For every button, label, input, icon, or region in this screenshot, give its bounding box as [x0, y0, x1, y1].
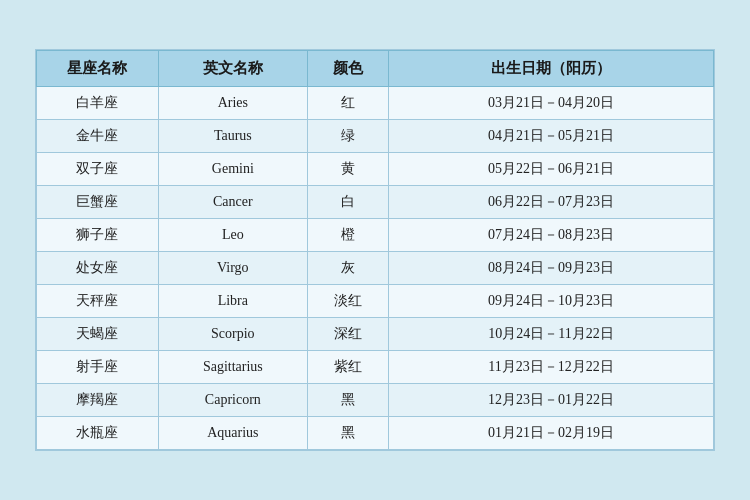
cell-zh: 摩羯座 [37, 384, 159, 417]
table-row: 天秤座Libra淡红09月24日－10月23日 [37, 285, 714, 318]
cell-date: 04月21日－05月21日 [389, 120, 714, 153]
cell-en: Scorpio [158, 318, 307, 351]
cell-date: 09月24日－10月23日 [389, 285, 714, 318]
table-row: 射手座Sagittarius紫红11月23日－12月22日 [37, 351, 714, 384]
cell-en: Taurus [158, 120, 307, 153]
table-row: 狮子座Leo橙07月24日－08月23日 [37, 219, 714, 252]
cell-date: 03月21日－04月20日 [389, 87, 714, 120]
cell-zh: 金牛座 [37, 120, 159, 153]
cell-color: 黑 [307, 417, 388, 450]
cell-date: 11月23日－12月22日 [389, 351, 714, 384]
cell-en: Cancer [158, 186, 307, 219]
cell-zh: 天蝎座 [37, 318, 159, 351]
cell-zh: 白羊座 [37, 87, 159, 120]
cell-zh: 天秤座 [37, 285, 159, 318]
cell-en: Gemini [158, 153, 307, 186]
cell-color: 灰 [307, 252, 388, 285]
table-row: 摩羯座Capricorn黑12月23日－01月22日 [37, 384, 714, 417]
cell-color: 淡红 [307, 285, 388, 318]
cell-date: 01月21日－02月19日 [389, 417, 714, 450]
cell-en: Aries [158, 87, 307, 120]
cell-color: 黄 [307, 153, 388, 186]
cell-color: 绿 [307, 120, 388, 153]
table-row: 巨蟹座Cancer白06月22日－07月23日 [37, 186, 714, 219]
cell-color: 红 [307, 87, 388, 120]
table-row: 金牛座Taurus绿04月21日－05月21日 [37, 120, 714, 153]
cell-color: 白 [307, 186, 388, 219]
header-date: 出生日期（阳历） [389, 51, 714, 87]
cell-date: 12月23日－01月22日 [389, 384, 714, 417]
cell-en: Libra [158, 285, 307, 318]
cell-date: 10月24日－11月22日 [389, 318, 714, 351]
header-color: 颜色 [307, 51, 388, 87]
cell-color: 黑 [307, 384, 388, 417]
cell-en: Aquarius [158, 417, 307, 450]
cell-color: 深红 [307, 318, 388, 351]
table-row: 双子座Gemini黄05月22日－06月21日 [37, 153, 714, 186]
cell-en: Leo [158, 219, 307, 252]
cell-date: 08月24日－09月23日 [389, 252, 714, 285]
cell-en: Capricorn [158, 384, 307, 417]
header-zh: 星座名称 [37, 51, 159, 87]
table-row: 水瓶座Aquarius黑01月21日－02月19日 [37, 417, 714, 450]
cell-date: 05月22日－06月21日 [389, 153, 714, 186]
zodiac-table: 星座名称 英文名称 颜色 出生日期（阳历） 白羊座Aries红03月21日－04… [36, 50, 714, 450]
table-row: 白羊座Aries红03月21日－04月20日 [37, 87, 714, 120]
cell-zh: 双子座 [37, 153, 159, 186]
zodiac-table-container: 星座名称 英文名称 颜色 出生日期（阳历） 白羊座Aries红03月21日－04… [35, 49, 715, 451]
cell-color: 橙 [307, 219, 388, 252]
table-header-row: 星座名称 英文名称 颜色 出生日期（阳历） [37, 51, 714, 87]
header-en: 英文名称 [158, 51, 307, 87]
cell-zh: 水瓶座 [37, 417, 159, 450]
cell-en: Virgo [158, 252, 307, 285]
cell-date: 06月22日－07月23日 [389, 186, 714, 219]
cell-zh: 处女座 [37, 252, 159, 285]
cell-zh: 射手座 [37, 351, 159, 384]
cell-color: 紫红 [307, 351, 388, 384]
cell-date: 07月24日－08月23日 [389, 219, 714, 252]
cell-zh: 巨蟹座 [37, 186, 159, 219]
cell-en: Sagittarius [158, 351, 307, 384]
table-row: 天蝎座Scorpio深红10月24日－11月22日 [37, 318, 714, 351]
table-row: 处女座Virgo灰08月24日－09月23日 [37, 252, 714, 285]
cell-zh: 狮子座 [37, 219, 159, 252]
